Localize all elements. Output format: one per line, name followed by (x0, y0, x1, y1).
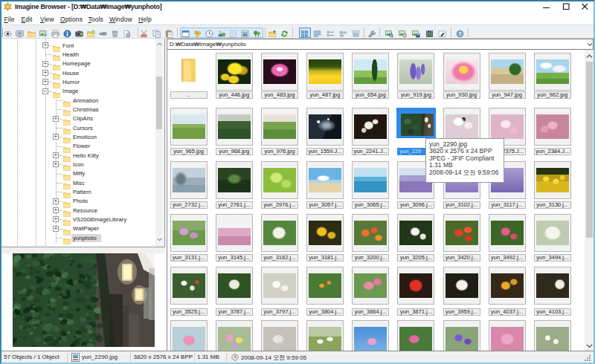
svg-text:?: ? (458, 31, 461, 36)
